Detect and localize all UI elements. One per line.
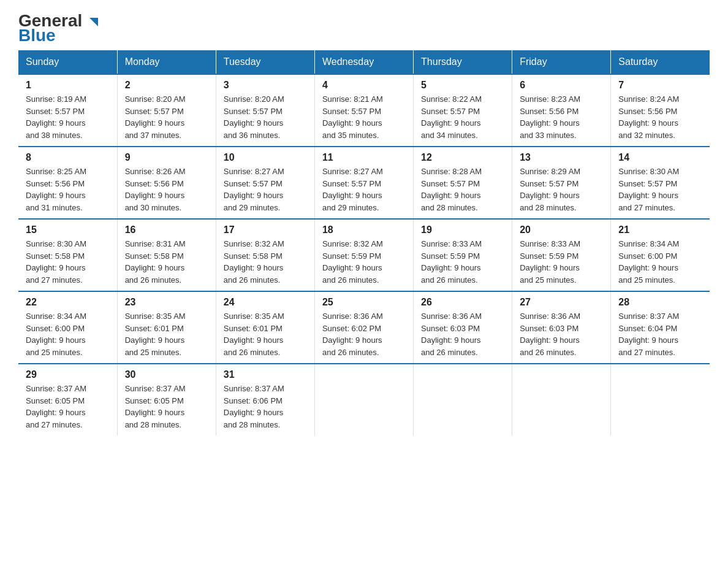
calendar-cell: 26 Sunrise: 8:36 AM Sunset: 6:03 PM Dayl…: [414, 291, 512, 364]
calendar-cell: 17 Sunrise: 8:32 AM Sunset: 5:58 PM Dayl…: [216, 219, 314, 291]
day-info: Sunrise: 8:20 AM Sunset: 5:57 PM Dayligh…: [125, 93, 208, 141]
day-info: Sunrise: 8:34 AM Sunset: 6:00 PM Dayligh…: [618, 238, 702, 286]
day-info: Sunrise: 8:35 AM Sunset: 6:01 PM Dayligh…: [224, 310, 307, 358]
calendar-cell: 22 Sunrise: 8:34 AM Sunset: 6:00 PM Dayl…: [18, 291, 117, 364]
logo: General Blue: [18, 12, 99, 44]
day-number: 22: [26, 297, 110, 308]
day-number: 5: [421, 80, 504, 91]
calendar-cell: 15 Sunrise: 8:30 AM Sunset: 5:58 PM Dayl…: [18, 219, 117, 291]
day-number: 25: [322, 297, 406, 308]
day-number: 1: [26, 80, 110, 91]
day-number: 9: [125, 152, 208, 163]
day-info: Sunrise: 8:37 AM Sunset: 6:06 PM Dayligh…: [224, 383, 307, 431]
day-info: Sunrise: 8:37 AM Sunset: 6:05 PM Dayligh…: [125, 383, 208, 431]
day-number: 27: [520, 297, 603, 308]
day-number: 24: [224, 297, 307, 308]
calendar-cell: 30 Sunrise: 8:37 AM Sunset: 6:05 PM Dayl…: [117, 364, 216, 435]
calendar-cell: 28 Sunrise: 8:37 AM Sunset: 6:04 PM Dayl…: [611, 291, 710, 364]
day-number: 12: [421, 152, 504, 163]
calendar-week-row: 1 Sunrise: 8:19 AM Sunset: 5:57 PM Dayli…: [18, 74, 710, 147]
calendar-cell: [611, 364, 710, 435]
day-info: Sunrise: 8:30 AM Sunset: 5:58 PM Dayligh…: [26, 238, 110, 286]
day-info: Sunrise: 8:21 AM Sunset: 5:57 PM Dayligh…: [322, 93, 406, 141]
calendar-cell: 11 Sunrise: 8:27 AM Sunset: 5:57 PM Dayl…: [314, 147, 413, 219]
calendar-cell: 25 Sunrise: 8:36 AM Sunset: 6:02 PM Dayl…: [314, 291, 413, 364]
day-number: 18: [322, 224, 406, 236]
day-info: Sunrise: 8:35 AM Sunset: 6:01 PM Dayligh…: [125, 310, 208, 358]
calendar-week-row: 8 Sunrise: 8:25 AM Sunset: 5:56 PM Dayli…: [18, 147, 710, 219]
day-info: Sunrise: 8:32 AM Sunset: 5:58 PM Dayligh…: [224, 238, 307, 286]
calendar-cell: 23 Sunrise: 8:35 AM Sunset: 6:01 PM Dayl…: [117, 291, 216, 364]
calendar-cell: [512, 364, 611, 435]
day-number: 8: [26, 152, 110, 163]
day-info: Sunrise: 8:26 AM Sunset: 5:56 PM Dayligh…: [125, 166, 208, 213]
calendar-cell: 2 Sunrise: 8:20 AM Sunset: 5:57 PM Dayli…: [117, 74, 216, 147]
day-number: 26: [421, 297, 504, 308]
day-number: 4: [322, 80, 406, 91]
calendar-cell: 21 Sunrise: 8:34 AM Sunset: 6:00 PM Dayl…: [611, 219, 710, 291]
day-info: Sunrise: 8:31 AM Sunset: 5:58 PM Dayligh…: [125, 238, 208, 286]
day-info: Sunrise: 8:28 AM Sunset: 5:57 PM Dayligh…: [421, 166, 504, 213]
day-info: Sunrise: 8:22 AM Sunset: 5:57 PM Dayligh…: [421, 93, 504, 141]
day-info: Sunrise: 8:19 AM Sunset: 5:57 PM Dayligh…: [26, 93, 110, 141]
day-info: Sunrise: 8:25 AM Sunset: 5:56 PM Dayligh…: [26, 166, 110, 213]
calendar-cell: 7 Sunrise: 8:24 AM Sunset: 5:56 PM Dayli…: [611, 74, 710, 147]
calendar-cell: 5 Sunrise: 8:22 AM Sunset: 5:57 PM Dayli…: [414, 74, 512, 147]
calendar-week-row: 15 Sunrise: 8:30 AM Sunset: 5:58 PM Dayl…: [18, 219, 710, 291]
calendar-cell: 16 Sunrise: 8:31 AM Sunset: 5:58 PM Dayl…: [117, 219, 216, 291]
calendar-header-sunday: Sunday: [18, 50, 117, 74]
day-number: 30: [125, 369, 208, 380]
calendar-header-thursday: Thursday: [414, 50, 512, 74]
calendar-cell: 3 Sunrise: 8:20 AM Sunset: 5:57 PM Dayli…: [216, 74, 314, 147]
day-number: 15: [26, 224, 110, 236]
day-number: 28: [618, 297, 702, 308]
calendar-header-friday: Friday: [512, 50, 611, 74]
day-number: 19: [421, 224, 504, 236]
day-info: Sunrise: 8:34 AM Sunset: 6:00 PM Dayligh…: [26, 310, 110, 358]
calendar-cell: 8 Sunrise: 8:25 AM Sunset: 5:56 PM Dayli…: [18, 147, 117, 219]
calendar-cell: 9 Sunrise: 8:26 AM Sunset: 5:56 PM Dayli…: [117, 147, 216, 219]
day-number: 31: [224, 369, 307, 380]
day-number: 10: [224, 152, 307, 163]
day-number: 20: [520, 224, 603, 236]
day-info: Sunrise: 8:29 AM Sunset: 5:57 PM Dayligh…: [520, 166, 603, 213]
day-number: 16: [125, 224, 208, 236]
calendar-header-tuesday: Tuesday: [216, 50, 314, 74]
calendar-cell: 14 Sunrise: 8:30 AM Sunset: 5:57 PM Dayl…: [611, 147, 710, 219]
calendar-table: SundayMondayTuesdayWednesdayThursdayFrid…: [18, 50, 710, 435]
calendar-cell: 10 Sunrise: 8:27 AM Sunset: 5:57 PM Dayl…: [216, 147, 314, 219]
calendar-cell: 1 Sunrise: 8:19 AM Sunset: 5:57 PM Dayli…: [18, 74, 117, 147]
day-info: Sunrise: 8:33 AM Sunset: 5:59 PM Dayligh…: [520, 238, 603, 286]
day-number: 29: [26, 369, 110, 380]
logo-arrow-icon: [88, 17, 99, 28]
day-info: Sunrise: 8:37 AM Sunset: 6:05 PM Dayligh…: [26, 383, 110, 431]
logo-blue-text: Blue: [18, 27, 56, 44]
calendar-cell: 20 Sunrise: 8:33 AM Sunset: 5:59 PM Dayl…: [512, 219, 611, 291]
calendar-cell: 29 Sunrise: 8:37 AM Sunset: 6:05 PM Dayl…: [18, 364, 117, 435]
calendar-cell: 13 Sunrise: 8:29 AM Sunset: 5:57 PM Dayl…: [512, 147, 611, 219]
day-number: 6: [520, 80, 603, 91]
day-info: Sunrise: 8:23 AM Sunset: 5:56 PM Dayligh…: [520, 93, 603, 141]
calendar-header-monday: Monday: [117, 50, 216, 74]
day-info: Sunrise: 8:36 AM Sunset: 6:03 PM Dayligh…: [520, 310, 603, 358]
calendar-cell: 18 Sunrise: 8:32 AM Sunset: 5:59 PM Dayl…: [314, 219, 413, 291]
calendar-cell: 19 Sunrise: 8:33 AM Sunset: 5:59 PM Dayl…: [414, 219, 512, 291]
calendar-week-row: 22 Sunrise: 8:34 AM Sunset: 6:00 PM Dayl…: [18, 291, 710, 364]
day-number: 3: [224, 80, 307, 91]
calendar-cell: 27 Sunrise: 8:36 AM Sunset: 6:03 PM Dayl…: [512, 291, 611, 364]
day-info: Sunrise: 8:36 AM Sunset: 6:02 PM Dayligh…: [322, 310, 406, 358]
calendar-header: SundayMondayTuesdayWednesdayThursdayFrid…: [18, 50, 710, 74]
day-info: Sunrise: 8:33 AM Sunset: 5:59 PM Dayligh…: [421, 238, 504, 286]
day-number: 7: [618, 80, 702, 91]
calendar-cell: 12 Sunrise: 8:28 AM Sunset: 5:57 PM Dayl…: [414, 147, 512, 219]
day-info: Sunrise: 8:27 AM Sunset: 5:57 PM Dayligh…: [322, 166, 406, 213]
day-number: 14: [618, 152, 702, 163]
day-info: Sunrise: 8:24 AM Sunset: 5:56 PM Dayligh…: [618, 93, 702, 141]
calendar-body: 1 Sunrise: 8:19 AM Sunset: 5:57 PM Dayli…: [18, 74, 710, 435]
calendar-cell: 24 Sunrise: 8:35 AM Sunset: 6:01 PM Dayl…: [216, 291, 314, 364]
day-info: Sunrise: 8:36 AM Sunset: 6:03 PM Dayligh…: [421, 310, 504, 358]
calendar-header-saturday: Saturday: [611, 50, 710, 74]
calendar-cell: 31 Sunrise: 8:37 AM Sunset: 6:06 PM Dayl…: [216, 364, 314, 435]
calendar-week-row: 29 Sunrise: 8:37 AM Sunset: 6:05 PM Dayl…: [18, 364, 710, 435]
calendar-cell: 6 Sunrise: 8:23 AM Sunset: 5:56 PM Dayli…: [512, 74, 611, 147]
